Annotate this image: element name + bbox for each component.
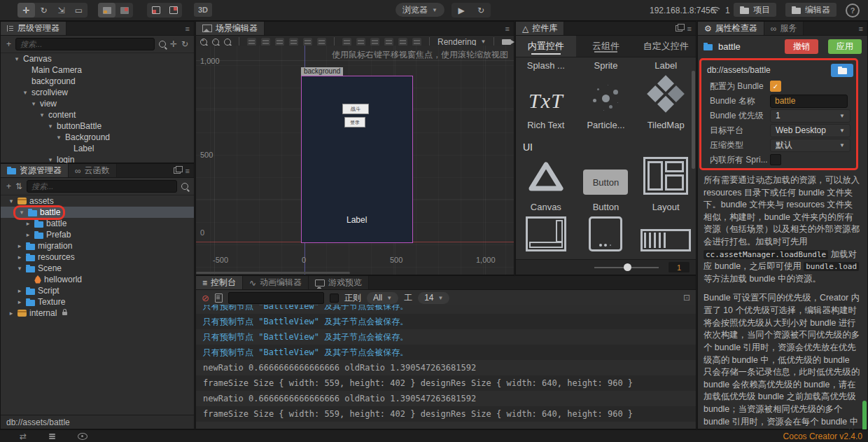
widget-particle[interactable]: Particle... bbox=[587, 75, 624, 130]
console-log-row[interactable]: newRatio 0.6666666666666666 oldRatio 1.3… bbox=[196, 391, 696, 406]
widget-layout[interactable]: Layout bbox=[643, 157, 688, 212]
align-top-icon[interactable] bbox=[247, 38, 256, 46]
bundle-priority-select[interactable]: 1▼ bbox=[770, 109, 850, 123]
icon-size-slider[interactable] bbox=[594, 267, 659, 268]
expand-arrow[interactable]: ▸ bbox=[16, 254, 23, 261]
tab-custom-widgets[interactable]: 自定义控件 bbox=[636, 36, 696, 57]
expand-arrow[interactable]: ▾ bbox=[18, 209, 25, 216]
expand-arrow[interactable]: ▸ bbox=[16, 242, 23, 249]
console-log-row[interactable]: 只有预制节点 "BattleView" 及其子节点会被保存。 bbox=[196, 345, 696, 360]
expand-arrow[interactable]: ▾ bbox=[13, 55, 20, 62]
asset-node-battle[interactable]: ▾battle bbox=[1, 207, 194, 218]
align-left-icon[interactable] bbox=[289, 38, 298, 46]
widget-label[interactable]: Label bbox=[654, 60, 677, 71]
zoom-reset-icon[interactable] bbox=[224, 39, 231, 46]
expand-arrow[interactable]: ▸ bbox=[16, 298, 23, 305]
rotation-mode-button[interactable] bbox=[115, 3, 133, 18]
rotate-tool[interactable]: ↻ bbox=[35, 3, 52, 18]
expand-arrow[interactable]: ▸ bbox=[16, 287, 23, 294]
menu-icon[interactable]: ≡ bbox=[505, 25, 510, 33]
search-icon[interactable] bbox=[181, 183, 188, 190]
console-log-row[interactable]: 只有预制节点 "BattleView" 及其子节点会被保存。 bbox=[196, 329, 696, 345]
refresh-preview-button[interactable]: ↻ bbox=[471, 3, 491, 18]
console-log-row[interactable]: 只有预制节点 "BattleView" 及其子节点会被保存。 bbox=[196, 305, 696, 314]
tab-console[interactable]: ≡控制台 bbox=[196, 276, 243, 289]
widget-pageview[interactable] bbox=[589, 216, 622, 251]
menu-icon[interactable]: ≡ bbox=[186, 25, 190, 33]
asset-node-internal[interactable]: ▸internal bbox=[1, 308, 194, 319]
sort-icon[interactable]: ⇅ bbox=[15, 181, 22, 191]
distribute-h-center-icon[interactable] bbox=[398, 38, 407, 46]
asset-node-prefab[interactable]: ▸Prefab bbox=[1, 229, 194, 240]
console-settings-icon[interactable]: ⊡ bbox=[683, 293, 690, 303]
widget-button[interactable]: ButtonButton bbox=[583, 157, 628, 212]
regex-checkbox[interactable] bbox=[330, 293, 339, 303]
popout-icon[interactable] bbox=[676, 25, 682, 32]
add-asset-button[interactable]: + bbox=[6, 181, 11, 191]
tab-hierarchy[interactable]: 层级管理器 bbox=[1, 22, 66, 35]
menu-icon[interactable]: ≡ bbox=[687, 25, 692, 33]
expand-arrow[interactable]: ▾ bbox=[22, 89, 29, 96]
compression-type-select[interactable]: 默认▼ bbox=[770, 139, 850, 152]
distribute-left-icon[interactable] bbox=[384, 38, 393, 46]
distribute-top-icon[interactable] bbox=[342, 38, 351, 46]
search-icon[interactable] bbox=[159, 41, 166, 48]
preview-target-select[interactable]: 浏览器 ▼ bbox=[396, 3, 444, 17]
expand-arrow[interactable]: ▾ bbox=[30, 100, 37, 107]
tab-animation-editor[interactable]: ∿动画编辑器 bbox=[243, 276, 309, 289]
widget-progressbar[interactable] bbox=[640, 216, 691, 251]
play-button[interactable]: ▶ bbox=[451, 3, 471, 18]
battle-button-node[interactable]: 战斗 bbox=[342, 104, 369, 114]
help-button[interactable]: ? bbox=[846, 4, 860, 18]
assets-search-input[interactable] bbox=[27, 180, 177, 193]
align-bottom-icon[interactable] bbox=[275, 38, 284, 46]
console-log-row[interactable]: frameSize Size { width: 559, height: 402… bbox=[196, 375, 696, 391]
align-right-icon[interactable] bbox=[317, 38, 326, 46]
widget-sprite[interactable]: Sprite bbox=[594, 60, 618, 71]
bundle-config-checkbox[interactable]: ✓ bbox=[770, 81, 781, 92]
slider-handle[interactable] bbox=[624, 263, 631, 271]
bundle-name-input[interactable]: battle bbox=[770, 95, 848, 108]
menu-icon[interactable]: ≡ bbox=[186, 167, 190, 175]
tab-builtin-widgets[interactable]: 内置控件 bbox=[516, 36, 576, 57]
open-project-button[interactable]: 项目 bbox=[734, 3, 776, 17]
tab-scene[interactable]: 场景编辑器 bbox=[196, 22, 265, 35]
hierarchy-node-content[interactable]: ▾content bbox=[1, 109, 194, 120]
horizontal-scrollbar[interactable] bbox=[196, 272, 350, 274]
refresh-icon[interactable]: ↻ bbox=[181, 39, 188, 49]
eye-icon[interactable] bbox=[78, 433, 88, 440]
hierarchy-node-buttonbattle[interactable]: ▾buttonBattle bbox=[1, 120, 194, 132]
expand-arrow[interactable]: ▸ bbox=[24, 220, 31, 227]
target-platform-select[interactable]: Web Desktop▼ bbox=[770, 124, 850, 137]
open-editor-button[interactable]: 编辑器 bbox=[785, 3, 836, 17]
open-folder-button[interactable] bbox=[831, 64, 853, 77]
tab-widget-library[interactable]: △ 控件库 bbox=[516, 22, 564, 35]
console-log-row[interactable]: frameSize Size { width: 559, height: 402… bbox=[196, 406, 696, 422]
locate-node-icon[interactable]: ✛ bbox=[170, 39, 177, 49]
distribute-right-icon[interactable] bbox=[412, 38, 421, 46]
expand-arrow[interactable]: ▾ bbox=[47, 123, 54, 130]
console-log-row[interactable]: 只有预制节点 "BattleView" 及其子节点会被保存。 bbox=[196, 314, 696, 329]
menu-icon[interactable]: ≡ bbox=[859, 25, 863, 33]
expand-arrow[interactable]: ▾ bbox=[38, 111, 46, 118]
database-icon[interactable] bbox=[49, 434, 55, 435]
widget-richtext[interactable]: TxTRich Text bbox=[527, 75, 564, 130]
hierarchy-node-label[interactable]: Label bbox=[1, 143, 194, 154]
hierarchy-search-input[interactable] bbox=[15, 38, 155, 50]
tab-assets[interactable]: 资源管理器 bbox=[1, 164, 69, 177]
rect-tool[interactable]: ▭ bbox=[70, 3, 88, 18]
position-mode-button[interactable] bbox=[98, 3, 115, 18]
tab-game-preview[interactable]: 游戏预览 bbox=[309, 276, 369, 289]
tab-cloud-widgets[interactable]: 云组件 bbox=[576, 36, 636, 57]
asset-node-battle[interactable]: ▸battle bbox=[1, 218, 194, 229]
design-resolution-button[interactable] bbox=[147, 3, 164, 18]
apply-button[interactable]: 应用 bbox=[828, 39, 862, 54]
label-node[interactable]: Label bbox=[346, 215, 367, 225]
asset-node-resources[interactable]: ▸resources bbox=[1, 251, 194, 263]
asset-node-script[interactable]: ▸Script bbox=[1, 285, 194, 296]
distribute-bottom-icon[interactable] bbox=[370, 38, 379, 46]
console-filter-input[interactable] bbox=[228, 292, 324, 304]
widget-scrollview[interactable] bbox=[526, 216, 566, 251]
expand-arrow[interactable]: ▾ bbox=[16, 265, 23, 272]
clear-console-button[interactable]: ⊘ bbox=[202, 293, 209, 303]
